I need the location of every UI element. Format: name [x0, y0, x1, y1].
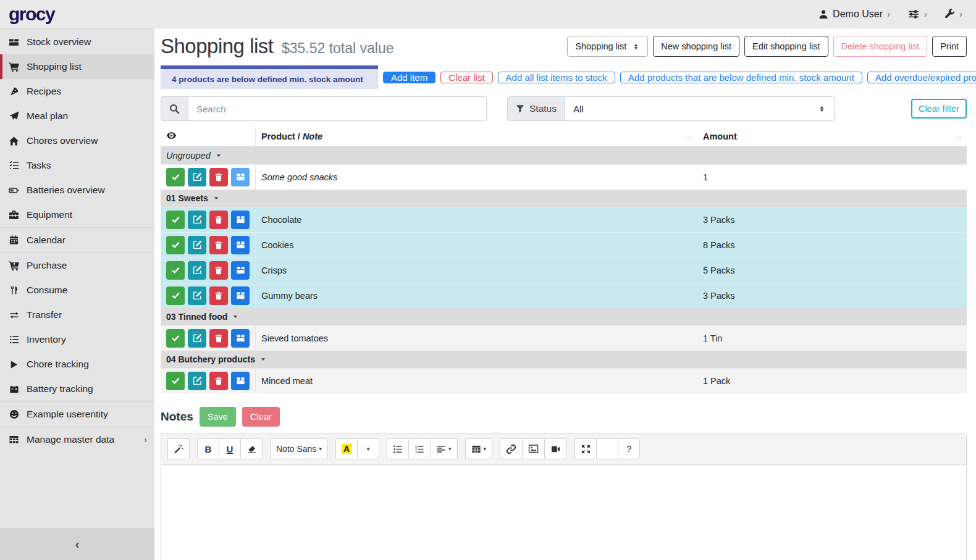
clear-filter-button[interactable]: Clear filter	[911, 99, 967, 119]
row-done-button[interactable]	[166, 286, 185, 305]
sidebar-item-recipes[interactable]: Recipes	[0, 79, 154, 104]
insert-picture-button[interactable]	[522, 438, 545, 459]
row-done-button[interactable]	[166, 372, 185, 390]
group-header-03-tinned-food[interactable]: 03 Tinned food	[161, 308, 967, 325]
sidebar-item-manage-master-data[interactable]: Manage master data›	[0, 427, 154, 452]
sidebar-collapse-button[interactable]: ‹	[0, 528, 154, 560]
add-overdue-expired-products-button[interactable]: Add overdue/expired products	[867, 72, 976, 83]
insert-table-button[interactable]: ▾	[465, 438, 493, 459]
sidebar-item-batteries-overview[interactable]: Batteries overview	[0, 178, 154, 203]
fullscreen-button[interactable]	[574, 438, 597, 459]
row-delete-button[interactable]	[209, 236, 228, 254]
bold-button[interactable]: B	[197, 438, 219, 459]
notes-clear-button[interactable]: Clear	[242, 407, 280, 427]
row-done-button[interactable]	[166, 329, 185, 348]
row-edit-button[interactable]	[188, 236, 206, 254]
settings-menu[interactable]: ›	[907, 9, 927, 20]
delete-shopping-list-button[interactable]: Delete shopping list	[833, 36, 928, 57]
row-edit-button[interactable]	[188, 211, 206, 229]
help-button[interactable]: ?	[618, 438, 640, 459]
toolbar-group: ?	[574, 438, 640, 459]
row-add-to-stock-button[interactable]	[231, 168, 250, 186]
row-delete-button[interactable]	[209, 286, 228, 305]
sidebar-item-inventory[interactable]: Inventory	[0, 327, 154, 352]
ordered-list-button[interactable]: 123	[408, 438, 431, 459]
admin-menu[interactable]: ›	[944, 9, 962, 19]
row-add-to-stock-button[interactable]	[231, 329, 250, 348]
underline-button[interactable]: U	[219, 438, 241, 459]
sidebar-item-consume[interactable]: Consume	[0, 278, 154, 303]
min-stock-banner[interactable]: 4 products are below defined min. stock …	[161, 65, 378, 89]
sidebar-item-battery-tracking[interactable]: Battery tracking	[0, 377, 154, 401]
insert-video-button[interactable]	[544, 438, 567, 459]
row-edit-button[interactable]	[188, 168, 206, 186]
status-select[interactable]: All	[565, 96, 835, 121]
app-logo[interactable]: grocy	[9, 4, 54, 25]
row-edit-button[interactable]	[188, 329, 206, 348]
edit-shopping-list-button[interactable]: Edit shopping list	[744, 36, 828, 57]
row-add-to-stock-button[interactable]	[231, 236, 250, 254]
style-button[interactable]	[167, 438, 190, 459]
print-button[interactable]: Print	[932, 36, 967, 57]
sidebar-item-chore-tracking[interactable]: Chore tracking	[0, 352, 154, 377]
sidebar-item-calendar[interactable]: Calendar	[0, 228, 154, 253]
group-header-04-butchery-products[interactable]: 04 Butchery products	[161, 351, 967, 368]
insert-link-button[interactable]	[500, 438, 523, 459]
sidebar-item-shopping-list[interactable]: Shopping list	[0, 54, 154, 79]
sidebar-item-tasks[interactable]: Tasks	[0, 153, 154, 178]
sidebar-item-transfer[interactable]: Transfer	[0, 303, 154, 327]
group-header-ungrouped[interactable]: Ungrouped	[161, 147, 967, 164]
caret-down-icon: ▾	[367, 446, 370, 452]
sidebar-item-example-userentity[interactable]: Example userentity	[0, 402, 154, 427]
row-add-to-stock-button[interactable]	[231, 211, 250, 229]
add-item-button[interactable]: Add item	[383, 72, 435, 83]
row-delete-button[interactable]	[209, 211, 228, 229]
notes-editor: BUNoto Sans▾A▾123▾▾?	[161, 433, 967, 560]
shopping-list-select[interactable]: Shopping list	[567, 36, 648, 57]
sidebar-item-purchase[interactable]: Purchase	[0, 253, 154, 278]
row-delete-button[interactable]	[209, 372, 228, 390]
row-add-to-stock-button[interactable]	[231, 286, 250, 305]
new-shopping-list-button[interactable]: New shopping list	[653, 36, 739, 57]
sidebar-item-equipment[interactable]: Equipment	[0, 203, 154, 227]
unordered-list-button[interactable]	[387, 438, 409, 459]
color-picker-button[interactable]: ▾	[357, 438, 379, 459]
row-edit-button[interactable]	[188, 286, 206, 305]
notes-save-button[interactable]: Save	[200, 407, 236, 427]
clear-list-button[interactable]: Clear list	[440, 72, 492, 83]
row-edit-button[interactable]	[188, 372, 206, 390]
table-body: UngroupedSome good snacks101 SweetsChoco…	[161, 147, 967, 393]
page-title: Shopping list	[161, 35, 273, 57]
sidebar-item-chores-overview[interactable]: Chores overview	[0, 128, 154, 153]
row-done-button[interactable]	[166, 168, 185, 186]
user-menu[interactable]: Demo User ›	[818, 9, 890, 20]
add-products-that-are-below-defined-min-stock-amount-button[interactable]: Add products that are below defined min.…	[620, 72, 862, 83]
row-done-button[interactable]	[166, 211, 185, 229]
font-family-button[interactable]: Noto Sans▾	[270, 438, 328, 459]
add-all-list-items-to-stock-button[interactable]: Add all list items to stock	[498, 72, 615, 83]
trash-icon	[214, 173, 223, 182]
row-edit-button[interactable]	[188, 261, 206, 280]
product-column-header[interactable]: Product / Note ↑↓	[256, 127, 698, 147]
clear-format-button[interactable]	[240, 438, 263, 459]
sidebar-item-label: Recipes	[27, 86, 61, 97]
paragraph-style-button[interactable]: ▾	[430, 438, 458, 459]
sidebar-item-meal-plan[interactable]: Meal plan	[0, 104, 154, 128]
sidebar-item-stock-overview[interactable]: Stock overview	[0, 30, 154, 54]
row-done-button[interactable]	[166, 236, 185, 254]
code-view-button[interactable]	[596, 438, 618, 459]
search-input[interactable]	[188, 96, 487, 121]
column-visibility-header[interactable]	[161, 127, 256, 147]
check-icon	[171, 333, 180, 343]
row-add-to-stock-button[interactable]	[231, 261, 250, 280]
notes-editor-area[interactable]	[161, 465, 966, 560]
amount-column-header[interactable]: Amount ↑↓	[697, 127, 967, 147]
stock-icon	[236, 240, 245, 249]
row-done-button[interactable]	[166, 261, 185, 280]
row-delete-button[interactable]	[209, 261, 228, 280]
row-delete-button[interactable]	[209, 329, 228, 348]
group-header-01-sweets[interactable]: 01 Sweets	[161, 190, 967, 207]
row-add-to-stock-button[interactable]	[231, 372, 250, 390]
row-delete-button[interactable]	[209, 168, 228, 186]
highlight-color-button[interactable]: A	[335, 438, 358, 459]
